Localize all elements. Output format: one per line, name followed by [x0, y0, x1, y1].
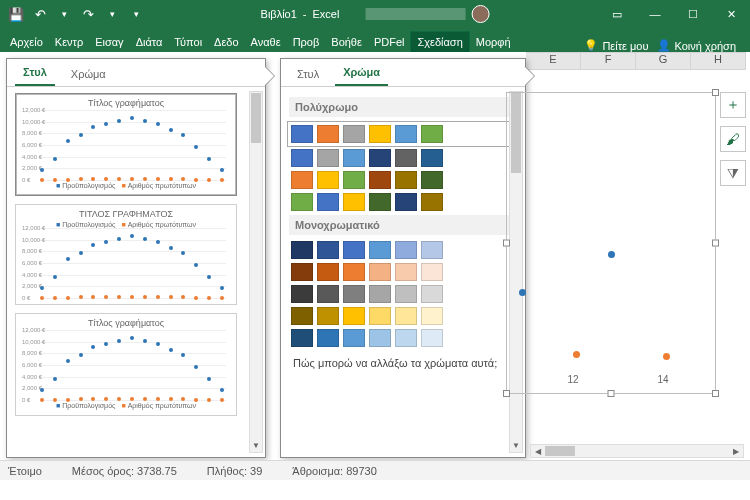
resize-handle[interactable]: [608, 390, 615, 397]
color-swatch[interactable]: [317, 241, 339, 259]
tab-format[interactable]: Μορφή: [470, 32, 517, 52]
ribbon-options-icon[interactable]: ▭: [598, 0, 636, 28]
color-swatch[interactable]: [395, 263, 417, 281]
color-swatch[interactable]: [421, 125, 443, 143]
tab-data[interactable]: Δεδο: [208, 32, 245, 52]
color-swatch[interactable]: [343, 329, 365, 347]
tab-design[interactable]: Σχεδίαση: [410, 31, 469, 52]
color-swatch[interactable]: [395, 193, 417, 211]
resize-handle[interactable]: [712, 89, 719, 96]
color-swatch[interactable]: [421, 307, 443, 325]
tab-help[interactable]: Βοήθε: [325, 32, 368, 52]
chart-plot-area[interactable]: 12 14: [513, 99, 709, 387]
close-button[interactable]: ✕: [712, 0, 750, 28]
color-swatch[interactable]: [291, 125, 313, 143]
color-swatch[interactable]: [369, 307, 391, 325]
tab-formulas[interactable]: Τύποι: [168, 32, 208, 52]
tab-pdf[interactable]: PDFel: [368, 32, 411, 52]
color-swatch[interactable]: [291, 307, 313, 325]
color-swatch[interactable]: [369, 285, 391, 303]
color-swatch[interactable]: [343, 193, 365, 211]
color-swatch[interactable]: [395, 171, 417, 189]
color-tab-inactive[interactable]: Χρώμα: [63, 62, 114, 86]
avatar[interactable]: [471, 5, 489, 23]
chart-style-thumb[interactable]: Τίτλος γραφήματος12,000 €10,000 €8,000 €…: [15, 313, 237, 416]
sheet-hscroll[interactable]: ◀▶: [530, 444, 744, 458]
color-swatch[interactable]: [421, 193, 443, 211]
maximize-button[interactable]: ☐: [674, 0, 712, 28]
color-scheme-row[interactable]: [291, 285, 519, 303]
color-swatch[interactable]: [369, 329, 391, 347]
minimize-button[interactable]: —: [636, 0, 674, 28]
resize-handle[interactable]: [712, 240, 719, 247]
resize-handle[interactable]: [712, 390, 719, 397]
color-swatch[interactable]: [343, 171, 365, 189]
col-e[interactable]: E: [526, 52, 581, 70]
color-swatch[interactable]: [369, 263, 391, 281]
color-swatch[interactable]: [291, 241, 313, 259]
color-swatch[interactable]: [395, 307, 417, 325]
color-swatch[interactable]: [317, 307, 339, 325]
color-swatch[interactable]: [421, 149, 443, 167]
tab-view[interactable]: Προβ: [287, 32, 326, 52]
col-g[interactable]: G: [636, 52, 691, 70]
color-swatch[interactable]: [421, 285, 443, 303]
color-swatch[interactable]: [343, 263, 365, 281]
redo-drop-icon[interactable]: ▾: [102, 4, 122, 24]
color-swatch[interactable]: [317, 329, 339, 347]
share-button[interactable]: 👤Κοινή χρήση: [657, 39, 737, 52]
color-swatch[interactable]: [291, 329, 313, 347]
color-swatch[interactable]: [291, 193, 313, 211]
col-h[interactable]: H: [691, 52, 746, 70]
color-scheme-row[interactable]: [291, 263, 519, 281]
color-swatch[interactable]: [395, 125, 417, 143]
style-scrollbar[interactable]: ▲▼: [249, 91, 263, 453]
tab-insert[interactable]: Εισαγ: [89, 32, 129, 52]
color-swatch[interactable]: [421, 241, 443, 259]
resize-handle[interactable]: [503, 240, 510, 247]
color-help-text[interactable]: Πώς μπορώ να αλλάξω τα χρώματα αυτά;: [289, 351, 519, 371]
qat-customize-icon[interactable]: ▾: [126, 4, 146, 24]
style-tab-inactive[interactable]: Στυλ: [289, 62, 327, 86]
color-swatch[interactable]: [369, 171, 391, 189]
color-swatch[interactable]: [395, 285, 417, 303]
color-swatch[interactable]: [395, 149, 417, 167]
save-icon[interactable]: 💾: [6, 4, 26, 24]
color-swatch[interactable]: [291, 285, 313, 303]
chart-style-thumb[interactable]: ΤΙΤΛΟΣ ΓΡΑΦΗΜΑΤΟΣΠροϋπολογισμόςΑριθμός π…: [15, 204, 237, 305]
color-swatch[interactable]: [317, 149, 339, 167]
color-swatch[interactable]: [317, 193, 339, 211]
undo-icon[interactable]: ↶: [30, 4, 50, 24]
tab-home[interactable]: Κεντρ: [49, 32, 89, 52]
color-swatch[interactable]: [369, 149, 391, 167]
color-swatch[interactable]: [369, 125, 391, 143]
color-swatch[interactable]: [421, 263, 443, 281]
color-swatch[interactable]: [343, 149, 365, 167]
color-scheme-row[interactable]: [291, 149, 519, 167]
embedded-chart[interactable]: 12 14: [506, 92, 716, 394]
tab-layout[interactable]: Διάτα: [130, 32, 169, 52]
color-swatch[interactable]: [395, 329, 417, 347]
color-scheme-row[interactable]: [291, 171, 519, 189]
color-scheme-row[interactable]: [291, 193, 519, 211]
color-swatch[interactable]: [395, 241, 417, 259]
color-swatch[interactable]: [291, 171, 313, 189]
color-swatch[interactable]: [369, 193, 391, 211]
tab-review[interactable]: Αναθε: [245, 32, 287, 52]
chart-style-thumb[interactable]: Τίτλος γραφήματος12,000 €10,000 €8,000 €…: [15, 93, 237, 196]
tell-me[interactable]: 💡Πείτε μου: [584, 39, 648, 52]
tab-file[interactable]: Αρχείο: [4, 32, 49, 52]
color-swatch[interactable]: [317, 263, 339, 281]
color-swatch[interactable]: [343, 125, 365, 143]
color-swatch[interactable]: [317, 285, 339, 303]
style-tab[interactable]: Στυλ: [15, 60, 55, 86]
chart-filters-button[interactable]: ⧩: [720, 160, 746, 186]
color-tab[interactable]: Χρώμα: [335, 60, 388, 86]
redo-icon[interactable]: ↷: [78, 4, 98, 24]
chart-styles-button[interactable]: 🖌: [720, 126, 746, 152]
color-scheme-row[interactable]: [289, 123, 519, 145]
color-scheme-row[interactable]: [291, 329, 519, 347]
color-swatch[interactable]: [317, 171, 339, 189]
color-scheme-row[interactable]: [291, 241, 519, 259]
color-scheme-row[interactable]: [291, 307, 519, 325]
